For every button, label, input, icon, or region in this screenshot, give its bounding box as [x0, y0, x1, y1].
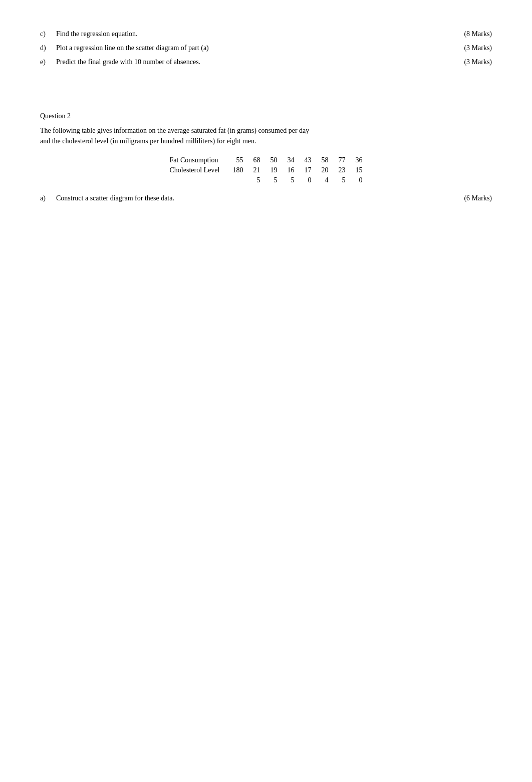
part-c: c) Find the regression equation. (8 Mark… — [40, 30, 492, 38]
table-row-chol-top: Cholesterol Level 180 21 19 16 17 20 23 … — [165, 165, 368, 175]
chol-sub-val-7: 5 — [333, 175, 350, 185]
chol-val-5: 17 — [299, 165, 316, 175]
part-d-marks: (3 Marks) — [464, 44, 492, 52]
question-2-desc-line2: and the cholesterol level (in miligrams … — [40, 137, 256, 145]
question-2-header: Question 2 — [40, 112, 492, 120]
table-row-chol-bottom: 5 5 5 0 4 5 0 — [165, 175, 368, 185]
part-c-text: Find the regression equation. — [56, 30, 464, 38]
chol-val-8: 15 — [350, 165, 367, 175]
fat-val-3: 50 — [265, 155, 282, 165]
part-e-letter: e) — [40, 58, 50, 66]
fat-val-7: 77 — [333, 155, 350, 165]
part-e: e) Predict the final grade with 10 numbe… — [40, 58, 492, 66]
fat-val-1: 55 — [227, 155, 248, 165]
part-a: a) Construct a scatter diagram for these… — [40, 194, 492, 202]
fat-val-6: 58 — [316, 155, 333, 165]
question-2-title: Question 2 — [40, 112, 71, 120]
part-c-marks: (8 Marks) — [464, 30, 492, 38]
chol-val-6: 20 — [316, 165, 333, 175]
fat-val-8: 36 — [350, 155, 367, 165]
chol-sub-val-6: 4 — [316, 175, 333, 185]
fat-val-4: 34 — [282, 155, 299, 165]
data-table-wrapper: Fat Consumption 55 68 50 34 43 58 77 36 … — [40, 155, 492, 185]
chol-sub-val-5: 0 — [299, 175, 316, 185]
part-a-text: Construct a scatter diagram for these da… — [56, 194, 174, 202]
chol-sub-val-1 — [227, 175, 248, 185]
fat-consumption-label: Fat Consumption — [165, 155, 228, 165]
part-d: d) Plot a regression line on the scatter… — [40, 44, 492, 52]
part-c-letter: c) — [40, 30, 50, 38]
part-e-text: Predict the final grade with 10 number o… — [56, 58, 464, 66]
table-row-fat: Fat Consumption 55 68 50 34 43 58 77 36 — [165, 155, 368, 165]
part-d-text: Plot a regression line on the scatter di… — [56, 44, 464, 52]
question-2-description: The following table gives information on… — [40, 125, 492, 146]
chol-empty-label — [165, 175, 228, 185]
part-a-letter: a) — [40, 194, 50, 202]
fat-val-5: 43 — [299, 155, 316, 165]
chol-val-4: 16 — [282, 165, 299, 175]
chol-sub-val-8: 0 — [350, 175, 367, 185]
chol-val-3: 19 — [265, 165, 282, 175]
chol-val-1: 180 — [227, 165, 248, 175]
part-e-marks: (3 Marks) — [464, 58, 492, 66]
part-d-letter: d) — [40, 44, 50, 52]
data-table: Fat Consumption 55 68 50 34 43 58 77 36 … — [165, 155, 368, 185]
fat-val-2: 68 — [248, 155, 265, 165]
chol-sub-val-4: 5 — [282, 175, 299, 185]
chol-sub-val-2: 5 — [248, 175, 265, 185]
chol-val-7: 23 — [333, 165, 350, 175]
question-2-desc-line1: The following table gives information on… — [40, 127, 309, 134]
chol-val-2: 21 — [248, 165, 265, 175]
cholesterol-label: Cholesterol Level — [165, 165, 228, 175]
part-a-marks: (6 Marks) — [464, 194, 492, 202]
chol-sub-val-3: 5 — [265, 175, 282, 185]
